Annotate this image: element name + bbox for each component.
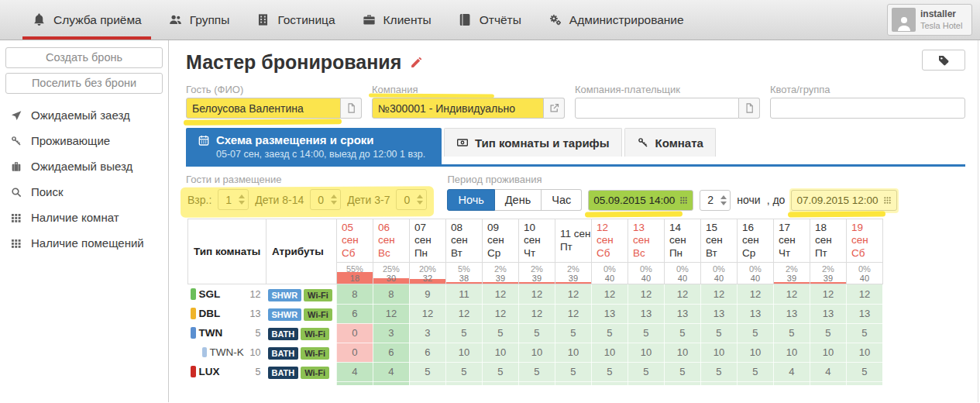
tab-scheme[interactable]: Схема размещения и сроки 05-07 сен, заез… — [186, 128, 442, 164]
stepper-up-icon[interactable] — [331, 195, 337, 198]
sidebar-item-3[interactable]: Поиск — [0, 179, 168, 205]
attribute-badge-bath: BATH — [268, 328, 299, 340]
availability-cell: 5 — [445, 362, 482, 381]
company-label: Компания — [372, 84, 565, 95]
checkout-date-value: 07.09.2015 12:00 — [796, 195, 878, 206]
payer-card-button[interactable] — [739, 98, 760, 119]
calendar-picker-icon[interactable] — [883, 196, 892, 205]
dow-label: Вт — [706, 247, 737, 260]
sidebar-item-0[interactable]: Ожидаемый заезд — [0, 102, 168, 128]
children-3-7-stepper[interactable]: 0 — [396, 189, 427, 210]
tab-room[interactable]: Комната — [624, 128, 716, 157]
sidebar-item-2[interactable]: Ожидаемый выезд — [0, 153, 168, 179]
attrs-column-header: Атрибуты — [266, 219, 337, 284]
availability-cell: 10 — [518, 343, 555, 362]
room-type-cell: TWN-K10 — [188, 343, 266, 362]
free-rooms-count: 39 — [483, 274, 518, 283]
payer-field-group: Компания-плательщик — [575, 84, 760, 119]
nights-stepper[interactable]: 2 — [700, 190, 731, 211]
tags-button[interactable] — [922, 50, 965, 71]
nav-item-2[interactable]: Гостиница — [242, 0, 348, 40]
room-count: 13 — [250, 308, 264, 319]
calendar-picker-icon[interactable] — [679, 196, 688, 205]
key-icon — [10, 135, 22, 147]
free-rooms-count: 39 — [519, 274, 555, 283]
availability-cell: 0 — [336, 343, 373, 362]
bell-icon — [32, 12, 46, 27]
checkin-date-input[interactable]: 05.09.2015 14:00 — [588, 190, 693, 211]
date-label: 19 сен — [851, 222, 882, 247]
availability-cell: 5 — [555, 323, 591, 343]
availability-cell: 12 — [409, 304, 445, 323]
guest-card-button[interactable] — [341, 98, 362, 119]
adults-label: Взр.: — [187, 194, 211, 206]
nav-item-label: Администрирование — [569, 13, 684, 27]
company-input[interactable] — [372, 98, 544, 119]
room-type-row: TWN-K10BATHWi-Fi066101010101010101010101… — [188, 343, 883, 362]
nav-item-5[interactable]: Администрирование — [535, 0, 697, 40]
mode-hour-button[interactable]: Час — [542, 189, 582, 211]
stepper-down-icon[interactable] — [417, 201, 423, 205]
search-icon — [10, 186, 22, 198]
sidebar-button-0[interactable]: Создать бронь — [5, 47, 163, 68]
nav-item-0[interactable]: Служба приёма — [19, 0, 155, 40]
nav-item-label: Отчёты — [480, 13, 521, 27]
free-rooms-count: 32 — [410, 274, 445, 283]
date-column-header: 05 сенСб — [336, 219, 373, 263]
tab-room-label: Комната — [655, 136, 703, 150]
occupancy-header-cell: 0%40 — [591, 263, 628, 284]
room-type-name: DBL — [199, 308, 221, 319]
sidebar-item-1[interactable]: Проживающие — [0, 128, 168, 153]
free-rooms-count: 40 — [701, 274, 737, 283]
checkout-date-input[interactable]: 07.09.2015 12:00 — [791, 190, 896, 211]
nav-item-1[interactable]: Группы — [155, 0, 243, 40]
attribute-badge-wi-fi: Wi-Fi — [301, 328, 329, 340]
user-panel[interactable]: installer Tesla Hotel — [887, 4, 972, 36]
stepper-down-icon[interactable] — [331, 201, 337, 205]
availability-cell: 5 — [591, 323, 628, 343]
nav-item-label: Группы — [190, 13, 230, 27]
guest-label: Гость (ФИО) — [186, 84, 362, 95]
room-attributes-cell: BATHWi-Fi — [266, 323, 337, 343]
availability-cell: 12 — [591, 284, 628, 305]
occupancy-percent: 2% — [774, 264, 810, 274]
nav-item-3[interactable]: Клиенты — [349, 0, 445, 40]
occupancy-percent: 2% — [483, 264, 518, 274]
availability-cell: 13 — [628, 304, 664, 323]
children-8-14-stepper[interactable]: 0 — [310, 189, 341, 210]
mode-day-button[interactable]: День — [495, 189, 542, 211]
company-open-button[interactable] — [544, 98, 565, 119]
nights-value: 2 — [707, 194, 716, 206]
occupancy-percent: 5% — [446, 264, 482, 274]
stepper-up-icon[interactable] — [239, 195, 245, 198]
date-column-header: 07 сенПн — [409, 219, 445, 263]
children-3-7-value: 0 — [404, 194, 412, 206]
edit-pencil-icon[interactable] — [410, 56, 423, 69]
availability-cell: 10 — [555, 343, 591, 362]
occupancy-percent: 2% — [555, 264, 591, 274]
nav-items: Служба приёмаГруппыГостиницаКлиентыОтчёт… — [0, 0, 697, 40]
sidebar-item-5[interactable]: Наличие помещений — [0, 230, 168, 256]
date-column-header: 14 сенПн — [664, 219, 700, 263]
sidebar-item-4[interactable]: Наличие комнат — [0, 205, 168, 230]
nav-item-4[interactable]: Отчёты — [445, 0, 535, 40]
stepper-up-icon[interactable] — [720, 195, 727, 199]
availability-cell: 8 — [373, 284, 409, 305]
stepper-down-icon[interactable] — [720, 202, 727, 205]
availability-cell: 4 — [773, 362, 810, 381]
sidebar-button-1[interactable]: Поселить без брони — [5, 73, 163, 94]
quota-input[interactable] — [770, 98, 965, 119]
tab-room-type-tariffs[interactable]: Тип комнаты и тарифы — [444, 128, 622, 157]
stepper-up-icon[interactable] — [417, 195, 423, 198]
room-count: 5 — [256, 367, 264, 377]
mode-night-button[interactable]: Ночь — [447, 189, 494, 211]
tab-room-type-label: Тип комнаты и тарифы — [475, 136, 610, 150]
stepper-down-icon[interactable] — [239, 201, 245, 205]
adults-stepper[interactable]: 1 — [218, 189, 249, 210]
availability-cell: 12 — [737, 284, 773, 305]
availability-cell: 6 — [373, 343, 409, 362]
page-title: Мастер бронирования — [186, 51, 401, 74]
users-icon — [168, 12, 183, 27]
payer-input[interactable] — [575, 98, 739, 119]
guest-input[interactable] — [186, 98, 341, 119]
